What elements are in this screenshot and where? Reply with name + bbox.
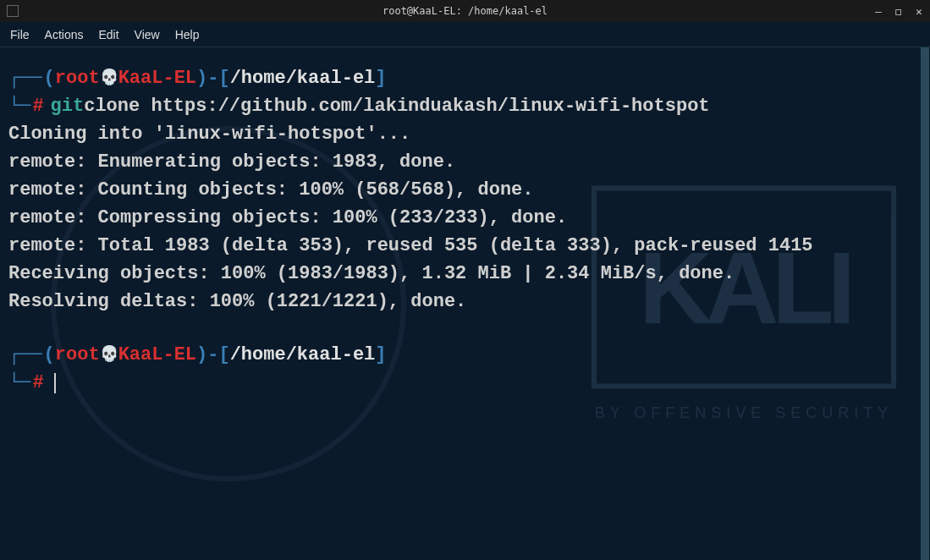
prompt-line-2: ┌── ( root 💀 KaaL-EL ) - [ /home/kaal-el… bbox=[8, 341, 922, 369]
bracket-close: ] bbox=[375, 64, 386, 92]
app-icon bbox=[7, 5, 19, 17]
skull-icon: 💀 bbox=[100, 67, 118, 90]
menu-help[interactable]: Help bbox=[175, 28, 200, 41]
prompt-corner2-icon: └─ bbox=[8, 369, 30, 397]
bracket-open: [ bbox=[218, 64, 229, 92]
menu-edit[interactable]: Edit bbox=[98, 28, 118, 41]
menu-view[interactable]: View bbox=[135, 28, 160, 41]
cursor bbox=[54, 373, 56, 393]
skull-icon: 💀 bbox=[100, 343, 118, 366]
paren-close: ) bbox=[196, 64, 207, 92]
scrollbar-thumb[interactable] bbox=[921, 47, 929, 560]
output-line: remote: Enumerating objects: 1983, done. bbox=[8, 148, 922, 176]
titlebar: root@KaaL-EL: /home/kaal-el – ◻ ✕ bbox=[0, 0, 930, 22]
output-line: Cloning into 'linux-wifi-hotspot'... bbox=[8, 120, 922, 148]
terminal[interactable]: KALI BY OFFENSIVE SECURITY ┌── ( root 💀 … bbox=[0, 47, 930, 560]
menu-actions[interactable]: Actions bbox=[45, 28, 84, 41]
prompt-host: KaaL-EL bbox=[118, 341, 196, 369]
prompt-path: /home/kaal-el bbox=[230, 341, 376, 369]
bracket-close: ] bbox=[375, 341, 386, 369]
command-name: git bbox=[51, 92, 85, 120]
paren-open: ( bbox=[44, 341, 55, 369]
paren-open: ( bbox=[44, 64, 55, 92]
command-line-2[interactable]: └─ # bbox=[8, 369, 922, 397]
menubar: File Actions Edit View Help bbox=[0, 22, 930, 47]
prompt-corner-icon: ┌── bbox=[8, 64, 42, 92]
command-args: clone https://github.com/lakinduakash/li… bbox=[84, 92, 709, 120]
paren-close: ) bbox=[196, 341, 207, 369]
kali-tagline: BY OFFENSIVE SECURITY bbox=[592, 404, 896, 422]
output-line: remote: Compressing objects: 100% (233/2… bbox=[8, 204, 922, 232]
close-button[interactable]: ✕ bbox=[913, 5, 925, 18]
window-title: root@KaaL-EL: /home/kaal-el bbox=[382, 5, 548, 17]
prompt-corner2-icon: └─ bbox=[8, 92, 30, 120]
prompt-host: KaaL-EL bbox=[118, 64, 196, 92]
maximize-button[interactable]: ◻ bbox=[893, 5, 905, 18]
minimize-button[interactable]: – bbox=[872, 5, 884, 18]
prompt-hash: # bbox=[32, 92, 43, 120]
output-line: remote: Counting objects: 100% (568/568)… bbox=[8, 176, 922, 204]
output-line: Resolving deltas: 100% (1221/1221), done… bbox=[8, 288, 922, 316]
prompt-user: root bbox=[55, 341, 100, 369]
menu-file[interactable]: File bbox=[10, 28, 30, 41]
spacer bbox=[8, 316, 922, 341]
prompt-dash: - bbox=[207, 341, 218, 369]
prompt-line-1: ┌── ( root 💀 KaaL-EL ) - [ /home/kaal-el… bbox=[8, 64, 922, 92]
output-line: remote: Total 1983 (delta 353), reused 5… bbox=[8, 232, 922, 260]
window-controls: – ◻ ✕ bbox=[872, 5, 925, 18]
command-line-1: └─ # git clone https://github.com/lakind… bbox=[8, 92, 922, 120]
terminal-content: ┌── ( root 💀 KaaL-EL ) - [ /home/kaal-el… bbox=[8, 64, 922, 397]
prompt-path: /home/kaal-el bbox=[230, 64, 376, 92]
prompt-user: root bbox=[55, 64, 100, 92]
output-line: Receiving objects: 100% (1983/1983), 1.3… bbox=[8, 260, 922, 288]
prompt-dash: - bbox=[207, 64, 218, 92]
prompt-hash: # bbox=[32, 369, 43, 397]
bracket-open: [ bbox=[218, 341, 229, 369]
prompt-corner-icon: ┌── bbox=[8, 341, 42, 369]
